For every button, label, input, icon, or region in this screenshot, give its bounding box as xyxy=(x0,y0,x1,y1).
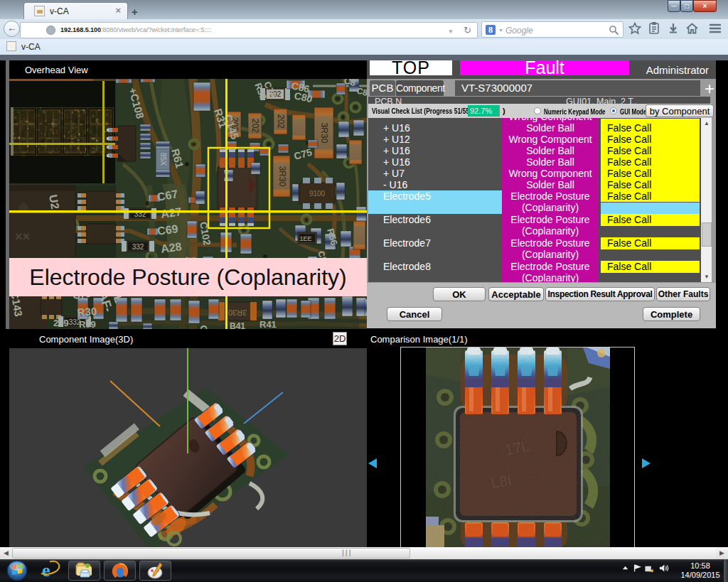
svg-text:L8I: L8I xyxy=(490,472,513,491)
svg-text:e: e xyxy=(42,560,50,581)
